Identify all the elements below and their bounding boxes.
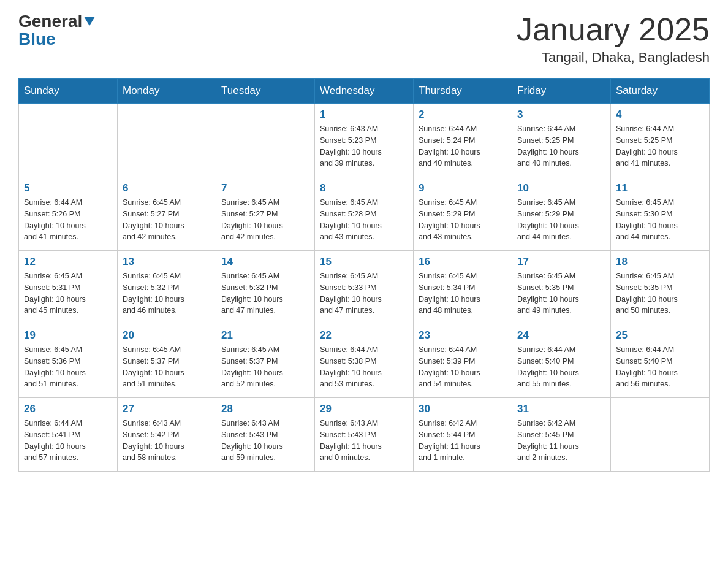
- calendar-cell: [216, 104, 315, 177]
- logo-general: General: [18, 12, 95, 31]
- calendar-cell: 11Sunrise: 6:45 AMSunset: 5:30 PMDayligh…: [611, 177, 710, 251]
- calendar-cell: [19, 104, 118, 177]
- day-info: Sunrise: 6:45 AMSunset: 5:35 PMDaylight:…: [616, 270, 704, 316]
- day-info: Sunrise: 6:42 AMSunset: 5:44 PMDaylight:…: [419, 418, 507, 464]
- day-info: Sunrise: 6:45 AMSunset: 5:32 PMDaylight:…: [221, 270, 309, 316]
- day-info: Sunrise: 6:44 AMSunset: 5:24 PMDaylight:…: [419, 123, 507, 169]
- day-number: 9: [419, 182, 507, 194]
- day-number: 8: [320, 182, 408, 194]
- day-info: Sunrise: 6:45 AMSunset: 5:29 PMDaylight:…: [419, 197, 507, 243]
- day-info: Sunrise: 6:45 AMSunset: 5:31 PMDaylight:…: [24, 270, 112, 316]
- day-number: 10: [517, 182, 605, 194]
- day-info: Sunrise: 6:44 AMSunset: 5:41 PMDaylight:…: [24, 418, 112, 464]
- calendar-cell: 26Sunrise: 6:44 AMSunset: 5:41 PMDayligh…: [19, 398, 118, 472]
- calendar-cell: 4Sunrise: 6:44 AMSunset: 5:25 PMDaylight…: [611, 104, 710, 177]
- day-number: 16: [419, 256, 507, 268]
- calendar-body: 1Sunrise: 6:43 AMSunset: 5:23 PMDaylight…: [19, 104, 710, 472]
- calendar-cell: 15Sunrise: 6:45 AMSunset: 5:33 PMDayligh…: [315, 251, 414, 324]
- calendar-cell: 18Sunrise: 6:45 AMSunset: 5:35 PMDayligh…: [611, 251, 710, 324]
- calendar-cell: 2Sunrise: 6:44 AMSunset: 5:24 PMDaylight…: [414, 104, 512, 177]
- calendar-cell: 29Sunrise: 6:43 AMSunset: 5:43 PMDayligh…: [315, 398, 414, 472]
- day-number: 26: [24, 403, 112, 415]
- day-info: Sunrise: 6:44 AMSunset: 5:40 PMDaylight:…: [616, 344, 704, 390]
- calendar-cell: 9Sunrise: 6:45 AMSunset: 5:29 PMDaylight…: [414, 177, 512, 251]
- day-number: 28: [221, 403, 309, 415]
- calendar-cell: 24Sunrise: 6:44 AMSunset: 5:40 PMDayligh…: [512, 324, 611, 398]
- calendar-header: SundayMondayTuesdayWednesdayThursdayFrid…: [19, 79, 710, 104]
- day-number: 24: [517, 329, 605, 342]
- day-info: Sunrise: 6:45 AMSunset: 5:35 PMDaylight:…: [517, 270, 605, 316]
- day-number: 5: [24, 182, 112, 194]
- calendar-cell: 6Sunrise: 6:45 AMSunset: 5:27 PMDaylight…: [118, 177, 216, 251]
- calendar-cell: 16Sunrise: 6:45 AMSunset: 5:34 PMDayligh…: [414, 251, 512, 324]
- week-row-3: 19Sunrise: 6:45 AMSunset: 5:36 PMDayligh…: [19, 324, 710, 398]
- day-number: 12: [24, 256, 112, 268]
- calendar-cell: 3Sunrise: 6:44 AMSunset: 5:25 PMDaylight…: [512, 104, 611, 177]
- weekday-header-tuesday: Tuesday: [216, 79, 315, 104]
- week-row-0: 1Sunrise: 6:43 AMSunset: 5:23 PMDaylight…: [19, 104, 710, 177]
- calendar-cell: 30Sunrise: 6:42 AMSunset: 5:44 PMDayligh…: [414, 398, 512, 472]
- day-number: 15: [320, 256, 408, 268]
- day-info: Sunrise: 6:44 AMSunset: 5:39 PMDaylight:…: [419, 344, 507, 390]
- day-number: 30: [419, 403, 507, 415]
- calendar-cell: 19Sunrise: 6:45 AMSunset: 5:36 PMDayligh…: [19, 324, 118, 398]
- calendar-cell: [118, 104, 216, 177]
- day-number: 6: [123, 182, 211, 194]
- day-number: 21: [221, 329, 309, 342]
- calendar-cell: 5Sunrise: 6:44 AMSunset: 5:26 PMDaylight…: [19, 177, 118, 251]
- calendar-cell: 27Sunrise: 6:43 AMSunset: 5:42 PMDayligh…: [118, 398, 216, 472]
- calendar-cell: 21Sunrise: 6:45 AMSunset: 5:37 PMDayligh…: [216, 324, 315, 398]
- calendar-cell: 23Sunrise: 6:44 AMSunset: 5:39 PMDayligh…: [414, 324, 512, 398]
- day-info: Sunrise: 6:45 AMSunset: 5:27 PMDaylight:…: [123, 197, 211, 243]
- day-info: Sunrise: 6:42 AMSunset: 5:45 PMDaylight:…: [517, 418, 605, 464]
- weekday-header-monday: Monday: [118, 79, 216, 104]
- day-number: 7: [221, 182, 309, 194]
- logo-blue: Blue: [18, 30, 95, 49]
- day-number: 2: [419, 109, 507, 121]
- calendar-cell: 17Sunrise: 6:45 AMSunset: 5:35 PMDayligh…: [512, 251, 611, 324]
- day-info: Sunrise: 6:45 AMSunset: 5:37 PMDaylight:…: [123, 344, 211, 390]
- day-info: Sunrise: 6:44 AMSunset: 5:26 PMDaylight:…: [24, 197, 112, 243]
- calendar-cell: 20Sunrise: 6:45 AMSunset: 5:37 PMDayligh…: [118, 324, 216, 398]
- day-number: 27: [123, 403, 211, 415]
- day-info: Sunrise: 6:45 AMSunset: 5:37 PMDaylight:…: [221, 344, 309, 390]
- day-number: 23: [419, 329, 507, 342]
- day-info: Sunrise: 6:43 AMSunset: 5:23 PMDaylight:…: [320, 123, 408, 169]
- day-number: 17: [517, 256, 605, 268]
- day-number: 4: [616, 109, 704, 121]
- day-info: Sunrise: 6:45 AMSunset: 5:28 PMDaylight:…: [320, 197, 408, 243]
- calendar-cell: 22Sunrise: 6:44 AMSunset: 5:38 PMDayligh…: [315, 324, 414, 398]
- day-number: 14: [221, 256, 309, 268]
- calendar-cell: 7Sunrise: 6:45 AMSunset: 5:27 PMDaylight…: [216, 177, 315, 251]
- calendar-cell: 14Sunrise: 6:45 AMSunset: 5:32 PMDayligh…: [216, 251, 315, 324]
- title-block: January 2025 Tangail, Dhaka, Bangladesh: [517, 12, 710, 66]
- day-info: Sunrise: 6:45 AMSunset: 5:32 PMDaylight:…: [123, 270, 211, 316]
- day-number: 11: [616, 182, 704, 194]
- day-number: 25: [616, 329, 704, 342]
- day-info: Sunrise: 6:44 AMSunset: 5:25 PMDaylight:…: [517, 123, 605, 169]
- calendar-subtitle: Tangail, Dhaka, Bangladesh: [517, 50, 710, 66]
- day-number: 29: [320, 403, 408, 415]
- day-number: 20: [123, 329, 211, 342]
- day-number: 1: [320, 109, 408, 121]
- logo: General Blue: [18, 12, 95, 49]
- day-number: 18: [616, 256, 704, 268]
- day-number: 13: [123, 256, 211, 268]
- day-info: Sunrise: 6:45 AMSunset: 5:27 PMDaylight:…: [221, 197, 309, 243]
- day-info: Sunrise: 6:44 AMSunset: 5:38 PMDaylight:…: [320, 344, 408, 390]
- calendar-title: January 2025: [517, 12, 710, 47]
- calendar-table: SundayMondayTuesdayWednesdayThursdayFrid…: [18, 78, 710, 472]
- calendar-cell: 8Sunrise: 6:45 AMSunset: 5:28 PMDaylight…: [315, 177, 414, 251]
- day-info: Sunrise: 6:43 AMSunset: 5:43 PMDaylight:…: [221, 418, 309, 464]
- weekday-header-row: SundayMondayTuesdayWednesdayThursdayFrid…: [19, 79, 710, 104]
- day-info: Sunrise: 6:45 AMSunset: 5:33 PMDaylight:…: [320, 270, 408, 316]
- calendar-cell: 31Sunrise: 6:42 AMSunset: 5:45 PMDayligh…: [512, 398, 611, 472]
- calendar-cell: 10Sunrise: 6:45 AMSunset: 5:29 PMDayligh…: [512, 177, 611, 251]
- day-info: Sunrise: 6:45 AMSunset: 5:34 PMDaylight:…: [419, 270, 507, 316]
- calendar-cell: 13Sunrise: 6:45 AMSunset: 5:32 PMDayligh…: [118, 251, 216, 324]
- day-info: Sunrise: 6:43 AMSunset: 5:43 PMDaylight:…: [320, 418, 408, 464]
- weekday-header-saturday: Saturday: [611, 79, 710, 104]
- day-info: Sunrise: 6:43 AMSunset: 5:42 PMDaylight:…: [123, 418, 211, 464]
- calendar-cell: [611, 398, 710, 472]
- week-row-1: 5Sunrise: 6:44 AMSunset: 5:26 PMDaylight…: [19, 177, 710, 251]
